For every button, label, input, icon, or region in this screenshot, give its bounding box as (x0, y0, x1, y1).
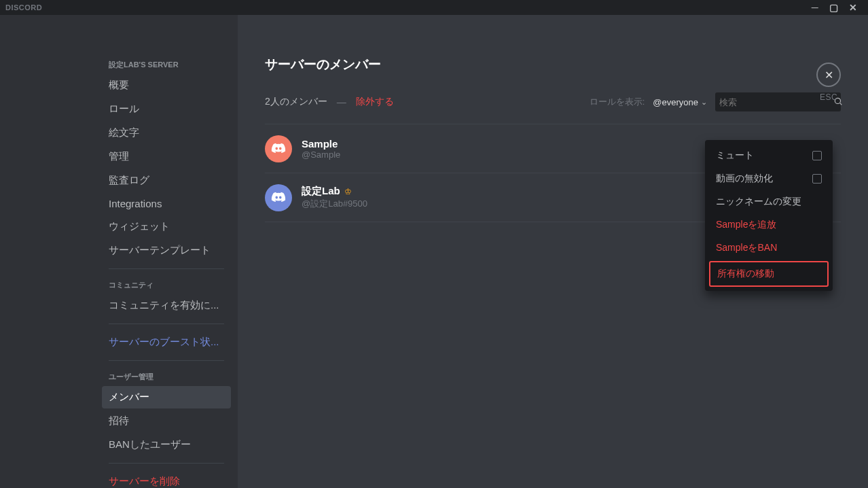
checkbox-icon (812, 174, 822, 184)
sidebar-item-boost[interactable]: サーバーのブースト状... (102, 331, 231, 353)
sidebar-item-integrations[interactable]: Integrations (102, 193, 231, 214)
discord-wordmark: DISCORD (5, 3, 42, 12)
sidebar-item-emoji[interactable]: 絵文字 (102, 122, 231, 144)
sidebar-item-widget[interactable]: ウィジェット (102, 215, 231, 238)
member-count: 2人のメンバー (265, 96, 327, 108)
window-close-button[interactable]: ✕ (844, 2, 863, 13)
sidebar-item-roles[interactable]: ロール (102, 98, 231, 120)
sidebar-item-invites[interactable]: 招待 (102, 410, 231, 432)
member-tag: @Sample (302, 150, 340, 160)
sidebar-header-usermgmt: ユーザー管理 (102, 368, 231, 386)
esc-label: ESC (820, 92, 837, 102)
prune-link[interactable]: 除外する (356, 96, 394, 108)
sidebar-item-overview[interactable]: 概要 (102, 74, 231, 97)
discord-logo-icon (271, 190, 286, 205)
member-tag: @設定Lab#9500 (302, 198, 367, 210)
sidebar-item-bans[interactable]: BANしたユーザー (102, 434, 231, 456)
checkbox-icon (812, 151, 822, 160)
ctx-ban[interactable]: SampleをBAN (709, 237, 829, 260)
avatar (265, 135, 292, 162)
separator-dash: — (336, 97, 348, 107)
ctx-kick[interactable]: Sampleを追放 (709, 213, 829, 237)
window-maximize-button[interactable]: ▢ (825, 2, 844, 13)
sidebar-item-auditlog[interactable]: 監査ログ (102, 169, 231, 192)
sidebar-header-community: コミュニティ (102, 276, 231, 294)
sidebar-item-delete-server[interactable]: サーバーを削除 (102, 470, 231, 488)
member-context-menu: ミュート 動画の無効化 ニックネームの変更 Sampleを追放 SampleをB… (705, 140, 833, 291)
app-titlebar: DISCORD ─ ▢ ✕ (0, 0, 868, 15)
ctx-mute[interactable]: ミュート (709, 144, 829, 167)
settings-sidebar: 設定LAB'S SERVER 概要 ロール 絵文字 管理 監査ログ Integr… (0, 15, 238, 488)
page-title: サーバーのメンバー (265, 56, 841, 73)
ctx-change-nickname[interactable]: ニックネームの変更 (709, 190, 829, 213)
window-minimize-button[interactable]: ─ (806, 2, 825, 13)
discord-logo-icon (271, 141, 286, 156)
ctx-transfer-ownership[interactable]: 所有権の移動 (709, 261, 829, 287)
ctx-disable-video[interactable]: 動画の無効化 (709, 167, 829, 190)
sidebar-header-server: 設定LAB'S SERVER (102, 56, 231, 74)
chevron-down-icon: ⌄ (701, 98, 707, 107)
role-filter-select[interactable]: @everyone ⌄ (653, 97, 707, 107)
close-icon: ✕ (825, 69, 833, 82)
content-area: サーバーのメンバー ✕ ESC 2人のメンバー — 除外する ロールを表示: @… (238, 15, 868, 488)
sidebar-item-members[interactable]: メンバー (102, 386, 231, 408)
role-filter-label: ロールを表示: (590, 96, 645, 108)
sidebar-item-enable-community[interactable]: コミュニティを有効に... (102, 294, 231, 317)
close-settings-button[interactable]: ✕ (816, 63, 841, 87)
member-username: 設定Lab (302, 185, 340, 198)
sidebar-item-moderation[interactable]: 管理 (102, 145, 231, 168)
svg-line-1 (840, 103, 842, 105)
sidebar-item-template[interactable]: サーバーテンプレート (102, 239, 231, 262)
avatar (265, 184, 292, 211)
owner-crown-icon: ♔ (344, 187, 352, 196)
member-username: Sample (302, 138, 338, 150)
